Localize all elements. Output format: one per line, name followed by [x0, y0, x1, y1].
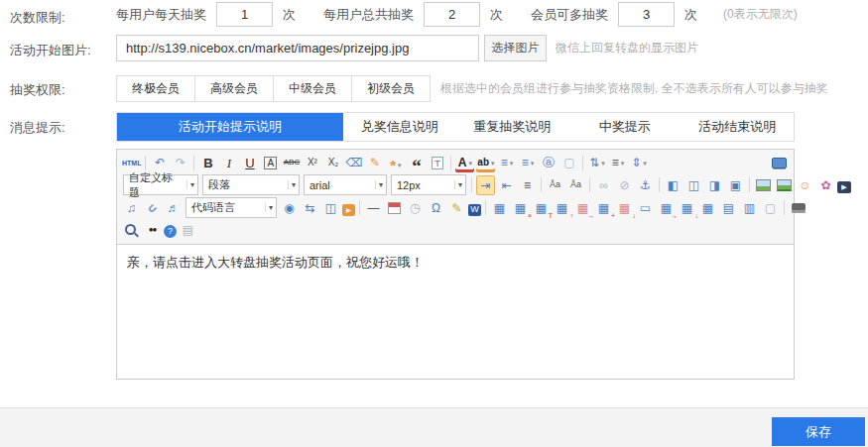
font-size-select[interactable]: 12px▾ — [391, 174, 466, 195]
html-source-icon[interactable]: HTML — [122, 153, 141, 172]
split-cells-icon[interactable]: ▦ — [698, 198, 717, 218]
chevron-down-icon: ▾ — [491, 160, 495, 167]
insert-table-icon[interactable]: ▦ — [490, 198, 509, 218]
cell-properties-icon[interactable]: ▭ — [636, 198, 655, 218]
clipboard-icon[interactable]: ▤ — [179, 220, 197, 240]
line-height-icon[interactable]: ⇕▾ — [629, 153, 648, 172]
to-traditional-icon[interactable]: Åa — [546, 175, 564, 195]
strikethrough-icon[interactable]: ABC — [282, 153, 301, 172]
code-language-select[interactable]: 代码语言▾ — [186, 197, 277, 218]
italic-icon[interactable]: I — [219, 153, 238, 172]
music-icon[interactable]: ♫ — [122, 198, 141, 218]
subscript-icon[interactable]: X₂ — [323, 153, 342, 172]
highlight-color-icon[interactable]: ab▾ — [476, 153, 495, 172]
word-doc-icon[interactable]: W — [468, 204, 481, 216]
fullscreen-icon[interactable] — [770, 153, 789, 172]
video-icon[interactable]: ▶ — [837, 181, 851, 193]
chevron-down-icon: ▾ — [510, 160, 514, 167]
tab-win-prompt[interactable]: 中奖提示 — [568, 113, 682, 141]
quick-format-icon[interactable]: *▾ — [386, 153, 405, 172]
image-align-center-icon[interactable]: ◫ — [684, 175, 703, 195]
limit-field-input[interactable] — [216, 2, 273, 27]
indent-icon[interactable]: ⇥ — [476, 175, 495, 195]
delete-table-icon[interactable]: ▦× — [511, 198, 530, 218]
anchor-icon[interactable]: ⚓ — [636, 175, 655, 195]
image-icon[interactable] — [754, 175, 773, 195]
horizontal-rule-icon[interactable]: — — [364, 198, 383, 218]
text-style-icon[interactable]: A — [261, 153, 280, 172]
custom-heading-select[interactable]: 自定义标题▾ — [123, 174, 198, 195]
undo-icon[interactable]: ↶ — [150, 153, 169, 172]
format-brush-icon[interactable]: ✎ — [365, 153, 384, 172]
tab-activity-start[interactable]: 活动开始提示说明 — [117, 113, 343, 141]
member-group-button[interactable]: 初级会员 — [351, 75, 431, 102]
to-simplified-icon[interactable]: Åa — [566, 175, 585, 195]
rich-text-editor: HTML↶↷BIUAABCX²X₂⌫✎*▾“TA▾ab▾≡▾≡▾ⓐ▢⇅▾≡▾⇕▾… — [116, 149, 795, 380]
limit-field-input[interactable] — [424, 2, 480, 27]
unordered-list-icon[interactable]: ≡▾ — [518, 153, 537, 172]
text-align-icon[interactable]: ≡▾ — [608, 153, 627, 172]
save-button[interactable]: 保存 — [772, 417, 865, 446]
member-group-button[interactable]: 中级会员 — [273, 75, 352, 102]
font-color-icon[interactable]: A▾ — [455, 153, 474, 172]
insert-row-above-icon[interactable]: ▦↑ — [553, 198, 571, 218]
underline-icon[interactable]: U — [240, 153, 259, 172]
merge-cells-right-icon[interactable]: ▦→ — [657, 198, 676, 218]
blank-page-icon[interactable]: ▢ — [559, 153, 578, 172]
upload-image-icon[interactable] — [775, 175, 794, 195]
limit-field-input[interactable] — [618, 2, 675, 27]
insert-column-icon[interactable]: ▦+ — [594, 198, 613, 218]
image-align-left-icon[interactable]: ◧ — [664, 175, 682, 195]
unlink-icon[interactable]: ⊘ — [615, 175, 634, 195]
insert-column-right-icon[interactable]: ▥ — [740, 198, 759, 218]
table-properties-icon[interactable]: ▦T — [532, 198, 551, 218]
print-icon[interactable] — [789, 198, 807, 218]
find-replace-icon[interactable]: ●● — [143, 220, 162, 240]
template-page-icon[interactable]: ▢ — [761, 198, 780, 218]
clock-icon[interactable]: ◷ — [406, 198, 425, 218]
image-note: 微信上回复转盘的显示图片 — [556, 40, 698, 56]
image-url-input[interactable] — [116, 35, 479, 61]
paragraph-select[interactable]: 段落▾ — [202, 174, 300, 195]
blockquote-icon[interactable]: “ — [407, 153, 426, 172]
code-icon[interactable]: ◉ — [280, 198, 299, 218]
attachment-icon[interactable]: ∪ — [143, 198, 162, 218]
member-group-button[interactable]: 高级会员 — [194, 75, 274, 102]
first-line-indent-icon[interactable]: ≡ — [518, 175, 537, 195]
merge-cells-down-icon[interactable]: ▦↓ — [678, 198, 696, 218]
superscript-icon[interactable]: X² — [303, 153, 321, 172]
circled-a-icon[interactable]: ⓐ — [539, 153, 558, 172]
calendar-icon[interactable] — [385, 198, 404, 218]
ordered-list-icon[interactable]: ≡▾ — [497, 153, 516, 172]
image-block-icon[interactable]: ▣ — [726, 175, 745, 195]
redo-icon[interactable]: ↷ — [171, 153, 189, 172]
vertical-align-icon[interactable]: ⇅▾ — [587, 153, 606, 172]
editor-content[interactable]: 亲，请点击进入大转盘抽奖活动页面，祝您好运哦！ — [117, 245, 794, 379]
edit-document-icon[interactable]: ✎ — [447, 198, 466, 218]
member-group-button[interactable]: 终极会员 — [116, 75, 195, 102]
palette-icon[interactable]: ✿ — [816, 175, 835, 195]
image-align-right-icon[interactable]: ◨ — [705, 175, 724, 195]
preview-icon[interactable] — [122, 220, 141, 240]
columns-icon[interactable]: ◫ — [321, 198, 340, 218]
limit-fields: 每用户每天抽奖次每用户总共抽奖次会员可多抽奖次(0表示无限次) — [116, 2, 798, 27]
font-family-select[interactable]: arial▾ — [304, 174, 387, 195]
delete-column-icon[interactable]: ▦↓ — [615, 198, 634, 218]
insert-row-below-icon[interactable]: ▤ — [719, 198, 738, 218]
tab-activity-end[interactable]: 活动结束说明 — [682, 113, 795, 141]
outdent-icon[interactable]: ⇤ — [497, 175, 516, 195]
paste-text-icon[interactable]: T — [428, 153, 446, 172]
emoticon-icon[interactable]: ☺ — [796, 175, 814, 195]
bold-icon[interactable]: B — [198, 153, 217, 172]
delete-row-icon[interactable]: ▦→ — [573, 198, 592, 218]
eraser-icon[interactable]: ⌫ — [344, 153, 363, 172]
help-icon[interactable]: ? — [164, 225, 177, 238]
flash-icon[interactable]: ▸ — [342, 204, 355, 216]
omega-icon[interactable]: Ω — [427, 198, 445, 218]
pagebreak-icon[interactable]: ⇆ — [301, 198, 319, 218]
media-icon[interactable]: ♬ — [164, 198, 183, 218]
pick-image-button[interactable]: 选择图片 — [484, 35, 547, 61]
link-icon[interactable]: ∞ — [594, 175, 613, 195]
tab-repeat-draw[interactable]: 重复抽奖说明 — [456, 113, 569, 141]
tab-redeem-info[interactable]: 兑奖信息说明 — [343, 113, 456, 141]
